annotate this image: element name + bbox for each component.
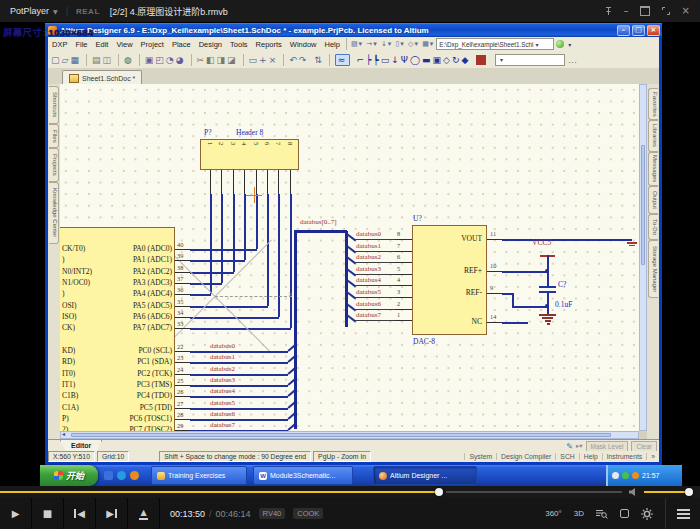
panel-tab-shortcuts[interactable]: Shortcuts [49, 86, 59, 124]
view-360-button[interactable]: 360° [545, 509, 562, 518]
task-training-exercises[interactable]: Training Exercises [151, 466, 247, 485]
menubar-tool-icons[interactable]: ▨▾ →▾ ↓▾ ▯▾ ◇▾ ▦▾ [351, 40, 434, 48]
designator-label[interactable]: P? [204, 128, 212, 137]
toolbar-undo-redo-icons[interactable]: ↶↷ [289, 55, 308, 65]
net-label[interactable]: databus5 [210, 399, 235, 407]
start-button[interactable]: 开始 [40, 465, 98, 486]
horizontal-scrollbar[interactable]: ◂ [60, 431, 639, 439]
fullscreen-icon[interactable] [661, 6, 671, 16]
volume-handle[interactable] [685, 488, 693, 496]
seekbar-remaining[interactable] [446, 491, 622, 493]
playlist-toggle-button[interactable] [665, 498, 700, 529]
toolbar-more-icon[interactable]: … [568, 55, 579, 65]
component-type-label[interactable]: DAC-8 [413, 337, 435, 346]
status-button-help[interactable]: Help [579, 453, 602, 460]
net-label[interactable]: databus0 [356, 230, 381, 238]
status-button-instruments[interactable]: Instruments [602, 453, 647, 460]
helper-green-icon[interactable] [556, 40, 564, 48]
mask-level-button[interactable]: Mask Level [586, 441, 629, 452]
no-erc-icon[interactable]: × [476, 55, 486, 65]
net-label[interactable]: databus6 [356, 300, 381, 308]
playlist-search-icon[interactable] [596, 509, 608, 519]
volume-slider[interactable] [644, 491, 688, 493]
mask-dropdown-icons[interactable]: ▸▾ [576, 442, 583, 450]
task-altium-designer[interactable]: Altium Designer ... [373, 466, 477, 485]
panel-tab-projects[interactable]: Projects [49, 148, 59, 182]
app-menu-button[interactable]: PotPlayer [10, 6, 49, 16]
document-path-combo[interactable]: E:\Dxp_Keil\example\Sheet1.Schl ▾ [436, 38, 554, 50]
open-file-button[interactable]: ▲ [128, 498, 160, 529]
tray-icon[interactable] [622, 472, 629, 479]
status-button-system[interactable]: System [464, 453, 496, 460]
schematic-canvas[interactable]: P? Header 8 1 2 3 4 5 6 7 8 [60, 84, 639, 431]
net-label[interactable]: databus2 [356, 253, 381, 261]
minimize-button[interactable]: – [617, 25, 630, 36]
net-label[interactable]: databus3 [210, 376, 235, 384]
menu-design[interactable]: Design [195, 40, 226, 49]
stop-button[interactable]: ■ [32, 498, 64, 529]
panel-tab-knowledge-center[interactable]: Knowledge Center [49, 182, 59, 244]
minimize-button[interactable]: – [624, 6, 629, 16]
seekbar-progress[interactable] [0, 491, 438, 493]
panel-tab-todo[interactable]: To-Do [648, 214, 658, 240]
panel-tab-output[interactable]: Output [648, 186, 658, 214]
designator-label[interactable]: C? [558, 280, 566, 289]
net-label[interactable]: databus4 [356, 276, 381, 284]
quicklaunch-icon[interactable] [104, 471, 113, 480]
task-module3schematic[interactable]: W Module3Schematic... [253, 466, 353, 485]
toolbar-reorder-icon[interactable]: ⇅ [314, 55, 324, 65]
volume-icon[interactable] [628, 487, 639, 497]
close-button[interactable]: × [682, 6, 690, 16]
video-area[interactable]: 屏幕尺寸: 1030×684 Altium Designer 6.9 - E:\… [0, 22, 700, 486]
toolbar-combo[interactable]: ▾ [495, 54, 565, 66]
capture-icon[interactable] [620, 509, 629, 518]
ie-icon[interactable] [117, 471, 126, 480]
bus-net-label[interactable]: databus[0..7] [300, 218, 337, 226]
altium-titlebar[interactable]: Altium Designer 6.9 - E:\Dxp_Keil\exampl… [45, 23, 662, 37]
menu-dxp[interactable]: DXP [48, 40, 71, 49]
menu-reports[interactable]: Reports [252, 40, 286, 49]
power-port-label[interactable]: VCC5 [532, 238, 551, 247]
toolbar-print-icons[interactable]: ▤◫ [92, 55, 113, 65]
tab-sheet1-schdoc[interactable]: Sheet1.SchDoc * [62, 70, 142, 85]
panel-tab-favorites[interactable]: Favorites [648, 88, 658, 120]
menu-file[interactable]: File [71, 40, 91, 49]
toolbar-browse-icon[interactable]: ◍ [124, 55, 134, 65]
net-label[interactable]: databus1 [356, 242, 381, 250]
capacitor[interactable] [539, 286, 556, 288]
menu-project[interactable]: Project [137, 40, 168, 49]
panel-tab-messages[interactable]: Messages [648, 152, 658, 186]
component-header8[interactable] [200, 139, 299, 170]
panel-tab-libraries[interactable]: Libraries [648, 120, 658, 152]
menu-view[interactable]: View [112, 40, 136, 49]
panel-tab-files[interactable]: Files [49, 124, 59, 148]
menu-place[interactable]: Place [168, 40, 195, 49]
net-label[interactable]: databus3 [356, 265, 381, 273]
component-type-label[interactable]: Header 8 [236, 128, 263, 137]
net-label[interactable]: databus2 [210, 365, 235, 373]
net-label[interactable]: databus4 [210, 387, 235, 395]
previous-button[interactable]: ◀ [64, 498, 96, 529]
chevron-down-icon[interactable]: ▼ [53, 8, 58, 15]
view-3d-button[interactable]: 3D [574, 509, 584, 518]
toolbar-file-icons[interactable]: ▢▱▦ [51, 55, 81, 65]
net-label[interactable]: databus5 [356, 288, 381, 296]
net-label[interactable]: databus6 [210, 410, 235, 418]
toolbar-select-icons[interactable]: ▭+× [249, 55, 279, 65]
vertical-scrollbar[interactable] [639, 84, 647, 431]
scroll-left-arrow[interactable]: ◂ [62, 430, 65, 437]
pin-icon[interactable] [604, 6, 613, 16]
status-button-more[interactable]: » [646, 453, 659, 460]
settings-gear-icon[interactable] [641, 508, 653, 520]
annotate-icon[interactable]: ✎ [566, 442, 573, 451]
next-button[interactable]: ▶ [96, 498, 128, 529]
maximize-button[interactable] [640, 6, 650, 16]
status-button-sch[interactable]: SCH [555, 453, 578, 460]
menu-tools[interactable]: Tools [226, 40, 252, 49]
capacitor-value-label[interactable]: 0.1uF [555, 300, 572, 309]
status-button-design-compiler[interactable]: Design Compiler [496, 453, 555, 460]
net-label[interactable]: databus7 [356, 311, 381, 319]
clear-button[interactable]: Clear [631, 441, 657, 452]
net-label[interactable]: databus0 [210, 342, 235, 350]
designator-label[interactable]: U? [413, 214, 422, 223]
